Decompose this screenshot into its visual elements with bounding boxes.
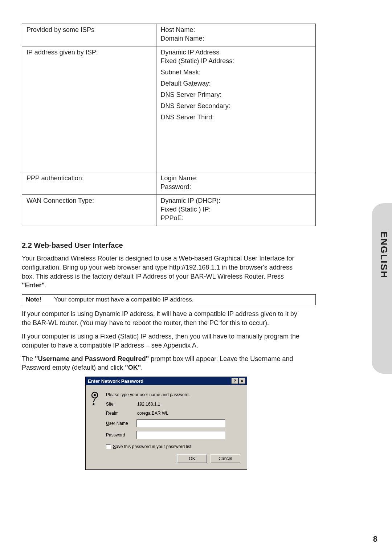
table-row-values: Login Name: Password:	[156, 172, 315, 195]
cancel-button[interactable]: Cancel	[211, 454, 240, 463]
table-row-label: Provided by some ISPs	[22, 24, 156, 46]
body-paragraph: Your Broadband Wireless Router is design…	[22, 254, 301, 290]
note-text: Your computer must have a compatible IP …	[54, 296, 194, 303]
site-value: 192.168.1.1	[136, 402, 240, 407]
table-row-label: PPP authentication:	[22, 172, 156, 195]
password-label: Password	[106, 432, 136, 438]
help-button[interactable]: ?	[232, 378, 238, 384]
svg-point-1	[94, 394, 96, 396]
realm-value: corega BAR WL	[136, 411, 240, 416]
password-input[interactable]	[136, 431, 225, 439]
site-label: Site:	[106, 402, 136, 407]
username-label: User Name	[106, 421, 136, 426]
auth-dialog: Enter Network Password ? × Please type y…	[85, 377, 247, 470]
page-number: 8	[373, 534, 377, 544]
section-heading: 2.2 Web-based User Interface	[22, 241, 301, 250]
close-button[interactable]: ×	[239, 378, 245, 384]
table-row-values: Dynamic IP Address Fixed (Static) IP Add…	[156, 46, 315, 172]
language-tab: ENGLISH	[372, 203, 392, 374]
table-row-label: WAN Connection Type:	[22, 195, 156, 226]
table-row-label: IP address given by ISP:	[22, 46, 156, 172]
note-box: Note! Your computer must have a compatib…	[22, 294, 316, 305]
realm-label: Realm	[106, 411, 136, 416]
body-paragraph: If your computer is using a Fixed (Stati…	[22, 332, 301, 350]
body-paragraph: If your computer is using Dynamic IP add…	[22, 309, 301, 328]
dialog-title-text: Enter Network Password	[88, 378, 143, 384]
ok-button[interactable]: OK	[177, 454, 207, 463]
table-row-values: Dynamic IP (DHCP): Fixed (Static ) IP: P…	[156, 195, 315, 226]
dialog-instruction: Please type your user name and password.	[106, 392, 240, 397]
dialog-titlebar: Enter Network Password ? ×	[86, 377, 247, 385]
body-paragraph: The "Username and Password Required" pro…	[22, 354, 301, 373]
note-label: Note!	[26, 296, 41, 303]
save-password-label: Save this password in your password list	[113, 444, 191, 449]
table-row-values: Host Name: Domain Name:	[156, 24, 315, 46]
save-password-checkbox[interactable]	[106, 444, 111, 449]
username-input[interactable]	[136, 419, 225, 427]
isp-info-table: Provided by some ISPs Host Name: Domain …	[22, 24, 316, 226]
key-icon	[90, 391, 106, 407]
